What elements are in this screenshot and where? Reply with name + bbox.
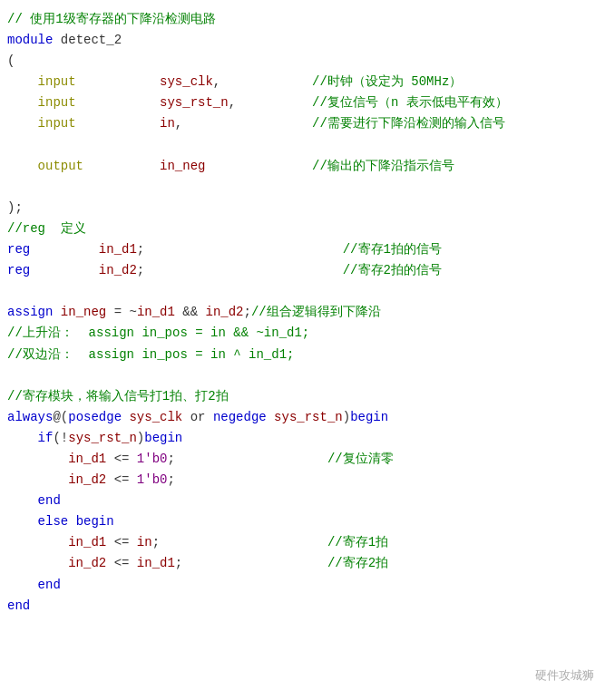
- keyword-begin2: begin: [144, 428, 182, 449]
- keyword-reg2: reg: [7, 260, 30, 281]
- keyword-input1: input: [38, 72, 76, 92]
- num-1b0-2: 1'b0: [137, 470, 168, 491]
- signal-ind1e: in_d1: [137, 553, 175, 574]
- comma2: ,: [229, 92, 236, 113]
- signal-ind1d: in_d1: [68, 532, 106, 553]
- space8: [205, 156, 312, 177]
- keyword-module: module: [7, 30, 53, 51]
- space4: [236, 92, 312, 113]
- line-comment-rise: //上升沿： assign in_pos = in && ~in_d1;: [7, 323, 598, 344]
- comment-rise: //上升沿： assign in_pos = in && ~in_d1;: [7, 323, 309, 344]
- signal-rst: sys_rst_n: [160, 92, 229, 113]
- space12: [144, 260, 342, 281]
- comment-inneg: //输出的下降沿指示信号: [312, 156, 454, 177]
- space18: [160, 532, 327, 553]
- indent5: [7, 428, 38, 449]
- indent4: [7, 156, 38, 177]
- line-comment-store: //寄存模块，将输入信号打1拍、打2拍: [7, 386, 598, 407]
- keyword-input2: input: [38, 92, 76, 113]
- lte4: <=: [106, 553, 137, 574]
- keyword-output: output: [38, 156, 83, 177]
- signal-ind2d: in_d2: [68, 553, 106, 574]
- keyword-end2: end: [38, 575, 61, 596]
- if-cond: (!: [53, 428, 68, 449]
- space17: [68, 511, 75, 532]
- line-reg-d1: reg in_d1; //寄存1拍的信号: [7, 239, 598, 260]
- space14: [122, 407, 129, 428]
- line-open-paren: (: [7, 51, 598, 72]
- comment-dual: //双边沿： assign in_pos = in ^ in_d1;: [7, 345, 294, 365]
- line-reg-d2: reg in_d2; //寄存2拍的信号: [7, 260, 598, 281]
- line-input-clk: input sys_clk, //时钟（设定为 50MHz）: [7, 72, 598, 92]
- space15: [267, 407, 274, 428]
- signal-rst3: sys_rst_n: [68, 428, 137, 449]
- space9: [30, 239, 99, 260]
- signal-ind1: in_d1: [99, 239, 137, 260]
- space19: [182, 553, 327, 574]
- space1: [76, 72, 160, 92]
- line-end-module: end: [7, 596, 598, 617]
- close-paren: );: [7, 198, 23, 219]
- eq1: =: [106, 302, 129, 323]
- signal-ind2b: in_d2: [206, 302, 244, 323]
- lte1: <=: [106, 449, 137, 470]
- at: @(: [53, 407, 68, 428]
- indent6: [7, 449, 68, 470]
- signal-in: in: [160, 113, 175, 134]
- comment-store1: //寄存1拍: [327, 532, 388, 553]
- signal-ind2c: in_d2: [68, 470, 106, 491]
- signal-in2: in: [137, 532, 152, 553]
- semi7: ;: [175, 553, 182, 574]
- line-comment-reg: //reg 定义: [7, 219, 598, 239]
- line-d1-assign: in_d1 <= in; //寄存1拍: [7, 532, 598, 553]
- num-1b0-1: 1'b0: [137, 449, 168, 470]
- indent10: [7, 532, 68, 553]
- keyword-input3: input: [38, 113, 76, 134]
- space16: [175, 449, 327, 470]
- signal-inneg: in_neg: [160, 156, 205, 177]
- line-module: module detect_2: [7, 30, 598, 51]
- line-blank1: [7, 135, 598, 156]
- lte3: <=: [106, 532, 137, 553]
- signal-ind1b: in_d1: [137, 302, 175, 323]
- comment-in: //需要进行下降沿检测的输入信号: [312, 113, 505, 134]
- keyword-end-module: end: [7, 596, 30, 617]
- keyword-end1: end: [38, 491, 61, 511]
- space3: [76, 92, 160, 113]
- space2: [220, 72, 312, 92]
- and-op: &&: [175, 302, 206, 323]
- keyword-always: always: [7, 407, 53, 428]
- line-blank4: [7, 365, 598, 386]
- comment-clk: //时钟（设定为 50MHz）: [312, 72, 462, 92]
- tilde1: ~: [129, 302, 136, 323]
- comment-d2: //寄存2拍的信号: [343, 260, 442, 281]
- keyword-if: if: [38, 428, 54, 449]
- line-d2-assign: in_d2 <= in_d1; //寄存2拍: [7, 553, 598, 574]
- line-comment-title: // 使用1级寄存器的下降沿检测电路: [7, 9, 598, 30]
- comment-store: //寄存模块，将输入信号打1拍、打2拍: [7, 386, 229, 407]
- semi3: ;: [244, 302, 251, 323]
- space7: [83, 156, 160, 177]
- signal-rst2: sys_rst_n: [274, 407, 343, 428]
- space11: [30, 260, 99, 281]
- space6: [182, 113, 312, 134]
- space10: [144, 239, 342, 260]
- close-at: ): [343, 407, 350, 428]
- indent11: [7, 553, 68, 574]
- line-blank3: [7, 281, 598, 302]
- lte2: <=: [106, 470, 137, 491]
- keyword-reg1: reg: [7, 239, 30, 260]
- semi2: ;: [137, 260, 144, 281]
- signal-clk: sys_clk: [160, 72, 213, 92]
- line-end2: end: [7, 575, 598, 596]
- space13: [53, 302, 60, 323]
- if-close: ): [137, 428, 144, 449]
- keyword-negedge: negedge: [213, 407, 267, 428]
- comment-reset-zero: //复位清零: [327, 449, 394, 470]
- signal-inneg2: in_neg: [61, 302, 106, 323]
- line-comment-dual: //双边沿： assign in_pos = in ^ in_d1;: [7, 345, 598, 365]
- semi5: ;: [167, 470, 174, 491]
- signal-ind2: in_d2: [99, 260, 137, 281]
- line-end1: end: [7, 491, 598, 511]
- line-else: else begin: [7, 511, 598, 532]
